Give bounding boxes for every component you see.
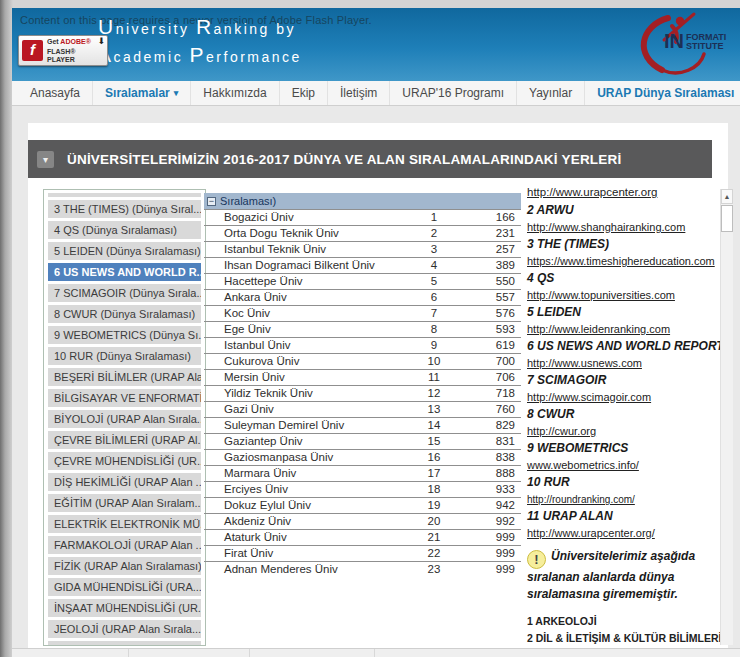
ranking-link[interactable]: http://www.urapcenter.org [527,185,725,202]
sidebar-item[interactable]: 6 US NEWS AND WORLD R... [48,263,201,281]
ranking-entry: 11 URAP ALAN http://www.urapcenter.org/ [527,508,725,542]
nav-item[interactable]: İletişim ▾ [328,81,390,105]
table-row[interactable]: Erciyes Üniv 18 933 [204,481,521,497]
national-rank: 21 [399,530,469,545]
sidebar-item[interactable]: İNŞAAT MÜHENDİSLİĞİ (UR... [48,599,201,617]
university-name: Gazi Üniv [204,402,399,417]
ranking-link[interactable]: http://www.topuniversities.com [527,287,725,304]
table-row[interactable]: Akdeniz Üniv 20 992 [204,513,521,529]
scrollbar-thumb[interactable] [721,205,733,232]
table-row[interactable]: Gaziantep Üniv 15 831 [204,433,521,449]
nav-item[interactable]: Hakkımızda ▾ [191,81,279,105]
ranking-link[interactable]: http://www.urapcenter.org/ [527,525,725,542]
table-row[interactable]: Orta Dogu Teknik Üniv 2 231 [204,225,521,241]
ranking-entry: 7 SCIMAGOIR http://www.scimagoir.com [527,372,725,406]
university-name: Istanbul Teknik Üniv [204,242,399,257]
ranking-link[interactable]: http://www.usnews.com [527,355,725,372]
sidebar-item[interactable]: 7 SCIMAGOIR (Dünya Sırala... [48,284,201,302]
table-row[interactable]: Gaziosmanpasa Üniv 16 838 [204,449,521,465]
national-rank: 19 [399,498,469,513]
browser-page: Content on this page requires a newer ve… [12,8,740,657]
sidebar-item[interactable]: 10 RUR (Dünya Sıralaması) [48,347,201,365]
get-flash-player-button[interactable]: f Get ADOBE® FLASH® PLAYER ⬇ [18,35,108,66]
nav-item[interactable]: Yayınlar ▾ [517,81,585,105]
horizontal-scrollbar[interactable] [12,648,740,657]
university-name: Bogazici Üniv [204,210,399,225]
section-title: ÜNİVERSİTELERİMİZİN 2016-2017 DÜNYA VE A… [67,152,621,167]
university-name: Ankara Üniv [204,290,399,305]
world-rank: 888 [469,466,521,481]
nav-item[interactable]: Ekip ▾ [280,81,328,105]
national-rank: 2 [399,226,469,241]
sidebar-item[interactable]: 5 LEIDEN (Dünya Sıralaması) [48,242,201,260]
table-row[interactable]: Marmara Üniv 17 888 [204,465,521,481]
sidebar-item[interactable]: 3 THE (TIMES) (Dünya Sıral... [48,200,201,218]
table-row[interactable]: Mersin Üniv 11 706 [204,369,521,385]
sidebar-item[interactable]: 9 WEBOMETRICS (Dünya Sı... [48,326,201,344]
ranking-link[interactable]: https://www.timeshighereducation.com [527,253,725,270]
table-row[interactable]: Koc Üniv 7 576 [204,305,521,321]
world-rank: 829 [469,418,521,433]
ranking-name: 8 CWUR [527,406,725,423]
sidebar-item[interactable]: FARMAKOLOJİ (URAP Alan ... [48,536,201,554]
table-row[interactable]: Ihsan Dogramaci Bilkent Üniv 4 389 [204,257,521,273]
ranking-link[interactable]: http://roundranking.com/ [527,491,725,508]
ranking-link[interactable]: http://cwur.org [527,423,725,440]
national-rank: 23 [399,562,469,577]
collapse-minus-icon[interactable]: − [207,197,216,206]
sidebar-item[interactable]: ÇEVRE MÜHENDİSLİĞİ (UR... [48,452,201,470]
nav-item[interactable]: Sıralamalar ▾ [93,81,191,105]
table-row[interactable]: Ataturk Üniv 21 999 [204,529,521,545]
sidebar-item[interactable]: GIDA MÜHENDİSLİĞİ (URA... [48,578,201,596]
table-row[interactable]: Cukurova Üniv 10 700 [204,353,521,369]
table-row[interactable]: Ege Üniv 8 593 [204,321,521,337]
collapse-toggle-button[interactable]: ▾ [37,151,54,168]
ranking-link[interactable]: www.webometrics.info/ [527,457,725,474]
national-rank: 17 [399,466,469,481]
sidebar-item[interactable]: ÇEVRE BİLİMLERİ (URAP Al... [48,431,201,449]
sidebar-item[interactable]: JEOLOJİ (URAP Alan Sırala... [48,620,201,638]
table-row[interactable]: Suleyman Demirel Üniv 14 829 [204,417,521,433]
table-group-header[interactable]: − Sıralaması) [204,193,521,209]
sidebar-item[interactable]: FİZİK (URAP Alan Sıralaması) [48,557,201,575]
university-name: Akdeniz Üniv [204,514,399,529]
sidebar-item[interactable]: BİYOLOJİ (URAP Alan Sırala... [48,410,201,428]
ranking-link[interactable]: http://www.leidenranking.com [527,321,725,338]
svg-text:IN: IN [664,30,684,52]
table-row[interactable]: Dokuz Eylul Üniv 19 942 [204,497,521,513]
svg-text:STITUTE: STITUTE [686,41,724,51]
ranking-entry: 10 RUR http://roundranking.com/ [527,474,725,508]
vertical-scrollbar[interactable]: ▲ [720,189,733,645]
nav-item[interactable]: URAP'16 Programı ▾ [390,81,517,105]
scroll-up-button[interactable]: ▲ [721,189,733,204]
ranking-link[interactable]: http://www.shanghairanking.com [527,219,725,236]
national-rank: 22 [399,546,469,561]
table-row[interactable]: Istanbul Üniv 9 619 [204,337,521,353]
logo-swoosh-icon: IN FORMATICS STITUTE [628,10,726,78]
world-rank: 999 [469,562,521,577]
sidebar-item[interactable]: BEŞERİ BİLİMLER (URAP Ala... [48,368,201,386]
table-row[interactable]: Istanbul Teknik Üniv 3 257 [204,241,521,257]
sidebar-item[interactable]: BİLGİSAYAR VE ENFORMATİ... [48,389,201,407]
table-row[interactable]: Bogazici Üniv 1 166 [204,209,521,225]
rankings-sidebar: 3 THE (TIMES) (Dünya Sıral... 4 QS (Düny… [43,189,206,646]
ranking-link-list: 2 ARWU http://www.shanghairanking.com 3 … [527,202,725,542]
sidebar-item[interactable]: 4 QS (Dünya Sıralaması) [48,221,201,239]
table-row[interactable]: Hacettepe Üniv 5 550 [204,273,521,289]
nav-item[interactable]: Anasayfa ▾ [18,81,93,105]
sidebar-item-partial [48,193,201,197]
table-row[interactable]: Adnan Menderes Üniv 23 999 [204,561,521,577]
sidebar-item[interactable]: EĞİTİM (URAP Alan Sıralam... [48,494,201,512]
ranking-link[interactable]: http://www.scimagoir.com [527,389,725,406]
nav-item[interactable]: URAP Dünya Sıralaması ▾ [585,81,740,105]
table-row[interactable]: Yildiz Teknik Üniv 12 718 [204,385,521,401]
ranking-entry: 2 ARWU http://www.shanghairanking.com [527,202,725,236]
sidebar-item[interactable]: DİŞ HEKİMLİĞİ (URAP Alan ... [48,473,201,491]
ranking-name: 3 THE (TIMES) [527,236,725,253]
university-name: Hacettepe Üniv [204,274,399,289]
table-row[interactable]: Firat Üniv 22 999 [204,545,521,561]
table-row[interactable]: Gazi Üniv 13 760 [204,401,521,417]
sidebar-item[interactable]: 8 CWUR (Dünya Sıralaması) [48,305,201,323]
table-row[interactable]: Ankara Üniv 6 557 [204,289,521,305]
sidebar-item[interactable]: ELEKTRİK ELEKTRONİK MÜ... [48,515,201,533]
